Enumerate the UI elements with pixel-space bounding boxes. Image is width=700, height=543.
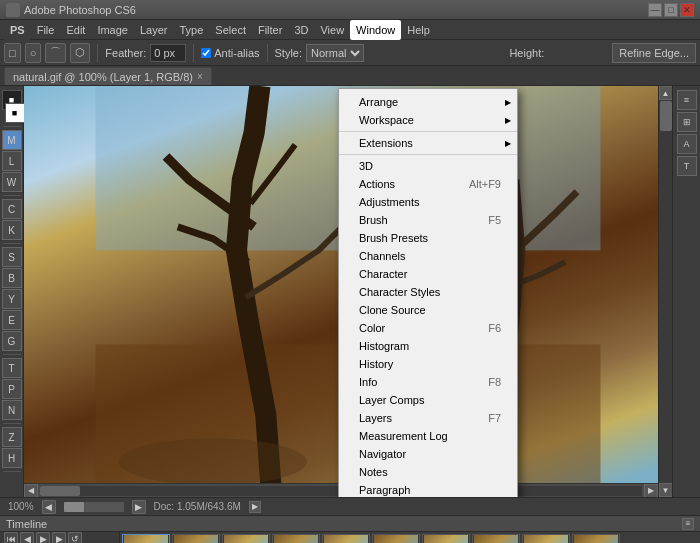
menu-edit[interactable]: Edit [60,20,91,40]
menu-navigator[interactable]: Navigator [339,445,517,463]
menu-info[interactable]: InfoF8 [339,373,517,391]
menu-brush-presets[interactable]: Brush Presets [339,229,517,247]
panel-btn-2[interactable]: ⊞ [677,112,697,132]
menu-actions[interactable]: ActionsAlt+F9 [339,175,517,193]
zoom-slider[interactable] [64,502,124,512]
menu-ps[interactable]: PS [4,20,31,40]
frame-6-thumb [374,535,418,544]
menu-character-styles[interactable]: Character Styles [339,283,517,301]
timeline-controls: ⏮ ◀ ▶ ▶ ↺ Once 3 Times Forever [0,532,120,543]
menu-histogram[interactable]: Histogram [339,337,517,355]
menu-color[interactable]: ColorF6 [339,319,517,337]
style-select[interactable]: Normal [306,44,364,62]
menu-brush[interactable]: BrushF5 [339,211,517,229]
refine-edge-button[interactable]: Refine Edge... [612,43,696,63]
scroll-down-button[interactable]: ▼ [659,483,673,497]
anti-alias-text: Anti-alias [214,47,259,59]
menu-help[interactable]: Help [401,20,436,40]
maximize-button[interactable]: □ [664,3,678,17]
frame-4[interactable]: 0.14 [272,534,320,544]
panel-btn-4[interactable]: T [677,156,697,176]
menu-clone-source[interactable]: Clone Source [339,301,517,319]
frame-8[interactable]: 0.14 [472,534,520,544]
menu-layers[interactable]: LayersF7 [339,409,517,427]
menu-character[interactable]: Character [339,265,517,283]
menu-notes[interactable]: Notes [339,463,517,481]
h-scroll-thumb[interactable] [40,486,80,496]
background-color[interactable]: ■ [5,103,25,123]
play-btn[interactable]: ▶ [36,532,50,544]
timeline-title: Timeline [6,518,47,530]
next-frame-btn[interactable]: ▶ [52,532,66,544]
panel-btn-3[interactable]: A [677,134,697,154]
menu-history[interactable]: History [339,355,517,373]
tool-marquee[interactable]: M [2,130,22,150]
menu-3d[interactable]: 3D [288,20,314,40]
tool-text[interactable]: T [2,358,22,378]
frame-9[interactable]: 0.14 [522,534,570,544]
prev-frame-btn[interactable]: ◀ [20,532,34,544]
tool-clone[interactable]: Y [2,289,22,309]
menu-image[interactable]: Image [91,20,134,40]
menu-channels[interactable]: Channels [339,247,517,265]
tool-path[interactable]: P [2,379,22,399]
scroll-right-button[interactable]: ▶ [644,484,658,498]
panel-btn-1[interactable]: ≡ [677,90,697,110]
frame-1[interactable]: 0 sec. [122,534,170,544]
menu-paragraph[interactable]: Paragraph [339,481,517,497]
window-controls[interactable]: — □ ✕ [648,3,694,17]
tool-wand[interactable]: W [2,172,22,192]
menu-adjustments[interactable]: Adjustments [339,193,517,211]
tool-shape[interactable]: N [2,400,22,420]
frame-10[interactable]: 0.14 [572,534,620,544]
status-arrow[interactable]: ▶ [249,501,261,513]
tool-brush[interactable]: B [2,268,22,288]
menu-measurement-log[interactable]: Measurement Log [339,427,517,445]
menu-select[interactable]: Select [209,20,252,40]
tool-crop[interactable]: C [2,199,22,219]
menu-view[interactable]: View [314,20,350,40]
tool-erase[interactable]: E [2,310,22,330]
first-frame-btn[interactable]: ⏮ [4,532,18,544]
zoom-out-btn[interactable]: ◀ [42,500,56,514]
menu-extensions[interactable]: Extensions [339,134,517,152]
frame-3[interactable]: 0.14 [222,534,270,544]
scrollbar-vertical[interactable]: ▲ ▼ [658,86,672,497]
toolbar-sep-2 [193,44,194,62]
frame-7[interactable]: 0.14 [422,534,470,544]
frame-1-thumb [124,535,168,544]
frame-2[interactable]: 0.14 [172,534,220,544]
minimize-button[interactable]: — [648,3,662,17]
frame-8-thumb [474,535,518,544]
menu-layer[interactable]: Layer [134,20,174,40]
toolbar-poly-icon: ⬡ [70,43,90,63]
menu-window[interactable]: Window [350,20,401,40]
scroll-thumb[interactable] [660,101,672,131]
menu-arrange[interactable]: Arrange [339,93,517,111]
timeline-menu-btn[interactable]: ≡ [682,518,694,530]
anti-alias-checkbox[interactable] [201,48,211,58]
menu-3d[interactable]: 3D [339,157,517,175]
menu-file[interactable]: File [31,20,61,40]
loop-btn[interactable]: ↺ [68,532,82,544]
tool-gradient[interactable]: G [2,331,22,351]
tool-eyedropper[interactable]: K [2,220,22,240]
frame-5[interactable]: 0.14 [322,534,370,544]
menu-layer-comps[interactable]: Layer Comps [339,391,517,409]
tool-spot-heal[interactable]: S [2,247,22,267]
feather-input[interactable] [150,44,186,62]
menu-filter[interactable]: Filter [252,20,288,40]
tool-hand[interactable]: H [2,448,22,468]
doc-tab-close[interactable]: × [197,71,203,82]
scroll-left-button[interactable]: ◀ [24,484,38,498]
menu-workspace[interactable]: Workspace [339,111,517,129]
zoom-thumb[interactable] [64,502,84,512]
frame-6[interactable]: 0.14 [372,534,420,544]
close-button[interactable]: ✕ [680,3,694,17]
tool-zoom[interactable]: Z [2,427,22,447]
document-tab[interactable]: natural.gif @ 100% (Layer 1, RGB/8) × [4,67,212,85]
menu-type[interactable]: Type [174,20,210,40]
tool-lasso[interactable]: L [2,151,22,171]
scroll-up-button[interactable]: ▲ [659,86,673,100]
zoom-in-btn[interactable]: ▶ [132,500,146,514]
